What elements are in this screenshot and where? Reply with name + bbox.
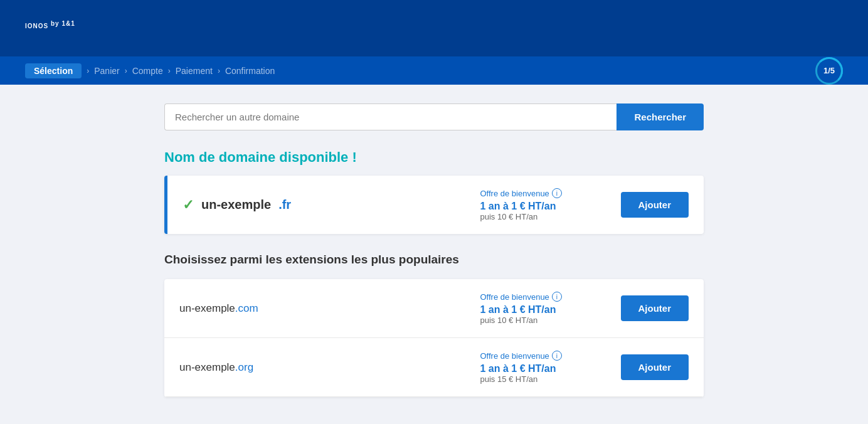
extension-name-com: un-exemple.com: [179, 302, 480, 315]
extension-offer-label-org: Offre de bienvenue i: [480, 351, 606, 361]
checkmark-icon: ✓: [183, 197, 194, 213]
extension-add-button-org[interactable]: Ajouter: [621, 354, 689, 380]
breadcrumb-step-confirmation-label: Confirmation: [225, 66, 275, 76]
extension-base-com: un-exemple: [179, 302, 235, 314]
extension-offer-label-com: Offre de bienvenue i: [480, 292, 606, 302]
available-info-icon[interactable]: i: [552, 188, 562, 198]
extension-tld-com: .com: [235, 302, 258, 314]
extension-info-icon-com[interactable]: i: [552, 292, 562, 302]
breadcrumb-bar: Sélection › Panier › Compte › Paiement ›…: [0, 56, 868, 85]
extensions-heading: Choisissez parmi les extensions les plus…: [164, 253, 704, 267]
breadcrumb-step-selection[interactable]: Sélection: [25, 63, 82, 78]
available-price-main: 1 an à 1 € HT/an: [480, 201, 606, 212]
search-button[interactable]: Rechercher: [617, 103, 704, 130]
available-domain-card: ✓ un-exemple.fr Offre de bienvenue i 1 a…: [164, 176, 704, 234]
extension-base-org: un-exemple: [179, 361, 235, 373]
breadcrumb-step-compte-label: Compte: [132, 66, 163, 76]
chevron-icon-4: ›: [218, 66, 220, 75]
extension-name-org: un-exemple.org: [179, 361, 480, 374]
extension-price-main-com: 1 an à 1 € HT/an: [480, 304, 606, 315]
logo-text: IONOS by 1&1: [25, 23, 75, 29]
extension-row-com: un-exemple.com Offre de bienvenue i 1 an…: [164, 279, 704, 338]
chevron-icon-3: ›: [168, 66, 171, 75]
search-row: Rechercher: [164, 103, 704, 130]
available-domain-ext: .fr: [278, 198, 291, 212]
extension-info-icon-org[interactable]: i: [552, 351, 562, 361]
extension-price-after-org: puis 15 € HT/an: [480, 374, 606, 384]
chevron-icon-2: ›: [125, 66, 127, 75]
available-heading: Nom de domaine disponible !: [164, 149, 704, 166]
extension-price-after-com: puis 10 € HT/an: [480, 315, 606, 325]
breadcrumb-step-paiement[interactable]: Paiement: [176, 66, 213, 76]
available-offer-label: Offre de bienvenue i: [480, 188, 606, 198]
available-price-after: puis 10 € HT/an: [480, 212, 606, 221]
logo: IONOS by 1&1: [25, 19, 75, 37]
available-add-button[interactable]: Ajouter: [621, 192, 689, 218]
extension-tld-org: .org: [235, 361, 253, 373]
available-domain-pricing: Offre de bienvenue i 1 an à 1 € HT/an pu…: [480, 188, 606, 221]
step-indicator-text: 1/5: [823, 66, 835, 75]
step-indicator: 1/5: [815, 57, 843, 85]
extension-pricing-com: Offre de bienvenue i 1 an à 1 € HT/an pu…: [480, 292, 606, 325]
main-content: Rechercher Nom de domaine disponible ! ✓…: [152, 85, 716, 416]
logo-suffix: by 1&1: [51, 19, 75, 26]
breadcrumb-step-paiement-label: Paiement: [176, 66, 213, 76]
extension-row-org: un-exemple.org Offre de bienvenue i 1 an…: [164, 338, 704, 397]
breadcrumb-step-selection-label: Sélection: [34, 66, 73, 76]
extension-add-button-com[interactable]: Ajouter: [621, 295, 689, 321]
header: IONOS by 1&1: [0, 0, 868, 56]
chevron-icon-1: ›: [87, 66, 89, 75]
extension-price-main-org: 1 an à 1 € HT/an: [480, 363, 606, 374]
available-domain-name: ✓ un-exemple.fr: [183, 197, 480, 213]
extensions-list: un-exemple.com Offre de bienvenue i 1 an…: [164, 279, 704, 397]
breadcrumb-step-confirmation[interactable]: Confirmation: [225, 66, 275, 76]
breadcrumb-step-panier-label: Panier: [94, 66, 119, 76]
available-domain-base: un-exemple: [201, 198, 271, 212]
extension-pricing-org: Offre de bienvenue i 1 an à 1 € HT/an pu…: [480, 351, 606, 384]
breadcrumb-step-panier[interactable]: Panier: [94, 66, 119, 76]
breadcrumb-step-compte[interactable]: Compte: [132, 66, 163, 76]
search-input[interactable]: [164, 103, 617, 130]
